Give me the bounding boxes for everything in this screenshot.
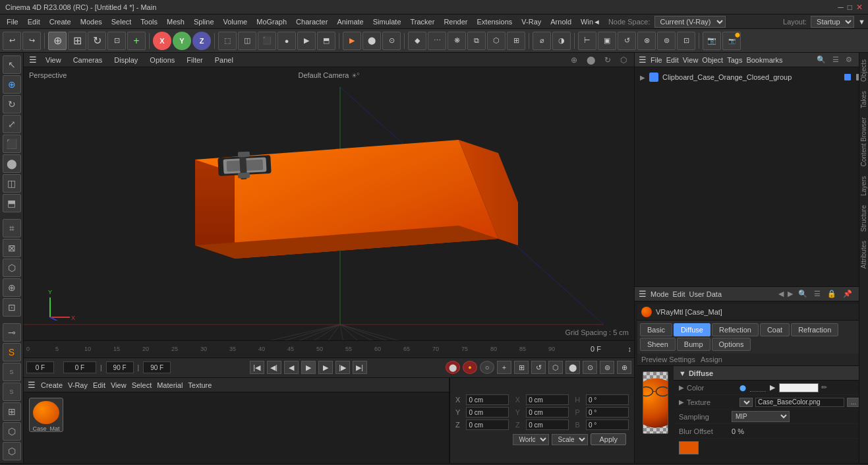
menu-volume[interactable]: Volume — [219, 16, 252, 27]
tab-reflection[interactable]: Reflection — [712, 323, 759, 336]
y-size-input[interactable]: 0 cm — [526, 407, 569, 418]
menu-select[interactable]: Select — [107, 16, 136, 27]
key-nav7-btn[interactable]: ⊚ — [600, 361, 614, 374]
scale-tool-button[interactable]: ⊞ — [68, 32, 86, 50]
tab-diffuse[interactable]: Diffuse — [674, 323, 710, 336]
vp-icon2[interactable]: ⬤ — [587, 55, 595, 65]
layout-select[interactable]: Startup — [811, 16, 854, 28]
prev-frame-button[interactable]: ◀ — [284, 361, 299, 374]
node-space-select[interactable]: Current (V-Ray) — [654, 16, 726, 28]
tab-coat[interactable]: Coat — [760, 323, 790, 336]
key-nav2-btn[interactable]: ⊞ — [514, 361, 529, 374]
case-mat-thumbnail[interactable]: Case_Mat — [29, 398, 63, 432]
current-frame-input[interactable]: 0 F — [26, 361, 54, 373]
menu-win[interactable]: Win◄ — [577, 16, 604, 27]
side-knife-btn[interactable]: ⌗ — [3, 219, 21, 237]
h-input[interactable]: 0 ° — [586, 394, 629, 405]
menu-vray[interactable]: V-Ray — [517, 16, 545, 27]
apply-button[interactable]: Apply — [591, 433, 626, 445]
end-frame-input[interactable]: 90 F — [106, 361, 134, 373]
keyframe-button[interactable]: ◆ — [408, 32, 426, 50]
cam-btn[interactable]: 📷 — [703, 32, 721, 50]
key-nav6-btn[interactable]: ⊙ — [583, 361, 597, 374]
axis3-btn[interactable]: ↺ — [618, 32, 636, 50]
vp-options-btn[interactable]: Options — [146, 55, 178, 65]
add-button[interactable]: + — [127, 32, 146, 50]
vtab-attributes[interactable]: Attributes — [859, 237, 868, 272]
x-size-input[interactable]: 0 cm — [526, 394, 569, 405]
diffuse-section-header[interactable]: ▼ Diffuse — [674, 366, 865, 381]
tab-options[interactable]: Options — [712, 338, 751, 351]
preview-settings-btn[interactable]: Preview Settings — [641, 356, 695, 363]
vp-panel-btn[interactable]: Panel — [212, 55, 237, 65]
menu-character[interactable]: Character — [292, 16, 332, 27]
axis1-btn[interactable]: ⊢ — [578, 32, 596, 50]
color-swatch[interactable] — [779, 383, 819, 392]
play-button[interactable]: ▶ — [301, 361, 316, 374]
render-button[interactable]: ▶ — [343, 32, 361, 50]
brush-button[interactable]: ⌀ — [533, 32, 551, 50]
tab-basic[interactable]: Basic — [640, 323, 672, 336]
side-bevel-btn[interactable]: ⬡ — [3, 259, 21, 277]
close-button[interactable]: ✕ — [856, 3, 863, 12]
obj-hamburger-icon[interactable]: ☰ — [639, 55, 647, 65]
tab-sheen[interactable]: Sheen — [640, 338, 676, 351]
side-str-btn[interactable]: S — [3, 343, 21, 361]
menu-modes[interactable]: Modes — [76, 16, 106, 27]
z-axis-button[interactable]: Z — [192, 32, 211, 50]
anim-mode[interactable]: ▶ — [297, 32, 316, 50]
side-paint-btn[interactable]: ⬡ — [3, 442, 21, 460]
vtab-layers[interactable]: Layers — [859, 172, 868, 200]
obj-object-btn[interactable]: Object — [702, 56, 723, 64]
side-sss-btn[interactable]: S — [3, 363, 21, 381]
menu-edit[interactable]: Edit — [24, 16, 44, 27]
mat-hamburger-icon[interactable]: ☰ — [28, 380, 36, 390]
side-slide-btn[interactable]: ⊡ — [3, 298, 21, 317]
key-nav5-btn[interactable]: ⬤ — [565, 361, 580, 374]
mat-select-btn[interactable]: Select — [132, 381, 152, 389]
attr-filter-icon[interactable]: ☰ — [814, 290, 821, 298]
menu-mesh[interactable]: Mesh — [163, 16, 188, 27]
tab-bump[interactable]: Bump — [677, 338, 710, 351]
attr-back-icon[interactable]: ◀ — [778, 290, 784, 298]
y-pos-input[interactable]: 0 cm — [466, 407, 509, 418]
mat-texture-btn[interactable]: Texture — [188, 381, 212, 389]
mat-vray-btn[interactable]: V-Ray — [68, 381, 88, 389]
undo-button[interactable]: ↩ — [3, 32, 21, 50]
attr-lock-icon[interactable]: 🔒 — [827, 290, 836, 298]
key-nav3-btn[interactable]: ↺ — [531, 361, 546, 374]
axis4-btn[interactable]: ⊗ — [637, 32, 656, 50]
b-input[interactable]: 0 ° — [586, 419, 629, 430]
z-pos-input[interactable]: 0 cm — [466, 419, 509, 430]
vp-cameras-btn[interactable]: Cameras — [70, 55, 106, 65]
obj-list-item[interactable]: ▶ Clipboard_Case_Orange_Closed_group — [637, 70, 865, 84]
texture-type-select[interactable]: ▼ — [739, 398, 753, 407]
tab-refraction[interactable]: Refraction — [791, 323, 838, 336]
go-end-button[interactable]: ▶| — [353, 361, 367, 374]
hamburger-icon[interactable]: ☰ — [29, 55, 37, 65]
auto-key-btn[interactable]: ● — [463, 361, 477, 374]
poly-mode[interactable]: ⬛ — [258, 32, 276, 50]
next-key-button[interactable]: |▶ — [335, 361, 350, 374]
key-nav1-btn[interactable]: + — [497, 361, 511, 374]
obj-settings-icon[interactable]: ⚙ — [846, 55, 852, 64]
total-frame-input[interactable]: 90 F — [143, 361, 171, 373]
y-axis-button[interactable]: Y — [173, 32, 191, 50]
menu-file[interactable]: File — [3, 16, 22, 27]
side-select-btn[interactable]: ↖ — [3, 55, 21, 74]
start-frame-input[interactable] — [63, 361, 96, 373]
menu-arnold[interactable]: Arnold — [546, 16, 575, 27]
vtab-structure[interactable]: Structure — [859, 201, 868, 236]
small-color-swatch[interactable] — [679, 441, 699, 454]
side-sss2-btn[interactable]: S — [3, 383, 21, 401]
attr-mode-btn[interactable]: Mode — [651, 290, 669, 298]
record-btn[interactable]: ⬤ — [446, 361, 460, 374]
clone-button[interactable]: ❋ — [448, 32, 466, 50]
scale-select[interactable]: Scale — [552, 434, 588, 445]
side-edge-btn[interactable]: ◫ — [3, 174, 21, 193]
key-nav4-btn[interactable]: ⬡ — [548, 361, 563, 374]
photo-btn[interactable]: 📷⬤ — [722, 32, 741, 50]
axis2-btn[interactable]: ▣ — [598, 32, 616, 50]
vp-icon1[interactable]: ⊕ — [571, 55, 577, 65]
color-edit-icon[interactable]: ✏ — [821, 383, 827, 392]
